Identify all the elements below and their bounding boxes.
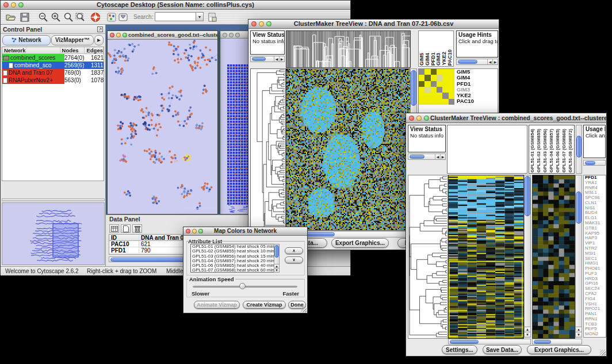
array-label[interactable]: GIM5 [419,53,424,66]
tv2-labels-scrollbar[interactable] [576,125,582,174]
tv2-zoom-scrollbar[interactable]: ▲▼ [575,175,582,338]
scrollbar-thumb[interactable] [274,245,279,258]
tab-vizmapper[interactable]: VizMapper™ [51,35,93,45]
scrollbar-thumb[interactable] [576,136,582,158]
network1-titlebar[interactable]: combined_scores_good.txt--cluste... [108,31,217,40]
tv2-zoom-horizontal-scrollbar[interactable] [532,339,582,344]
tv2-gene-dendrogram[interactable] [408,175,448,339]
close-button[interactable] [3,2,9,7]
minimize-button[interactable] [192,229,197,233]
tv1-hints-scrollbar[interactable]: ◀▶ [456,59,498,65]
create-vizmap-button[interactable]: Create Vizmap [243,301,286,309]
minimize-button[interactable] [416,116,422,121]
zoom-out-icon[interactable] [37,12,49,23]
zoom-selected-icon[interactable] [63,12,74,23]
tv2-array-dendrogram[interactable] [447,125,527,174]
attribute-table-icon[interactable] [109,224,119,233]
array-label[interactable]: GPL51-02 (GSM855) [537,129,541,173]
save-icon[interactable] [19,12,30,23]
scroll-down-icon[interactable]: ▼ [576,332,582,337]
export-graphics-button[interactable]: Export Graphics... [331,238,389,248]
network-list-row[interactable]: RNAPuberNov2+563(0)107847(0) [2,76,104,84]
scroll-up-icon[interactable]: ▲ [576,327,582,332]
gene-label[interactable]: PAC10 [457,98,497,104]
scrollbar-thumb[interactable] [450,340,479,344]
scrollbar-thumb[interactable] [458,60,477,64]
network-list-row[interactable]: DNA and Tran 07769(0)183728(0) [2,69,104,76]
annotation-icon[interactable] [117,12,129,23]
scroll-up-icon[interactable]: ▲ [525,327,530,332]
scrollbar-thumb[interactable] [410,155,424,159]
scroll-left-icon[interactable]: ◀ [435,154,440,159]
minimize-button[interactable] [259,21,264,26]
tv1-zoom-heatmap[interactable] [419,69,454,105]
settings-button[interactable]: Settings... [442,345,477,354]
scrollbar-thumb[interactable] [534,340,551,344]
tv1-array-dendrogram[interactable] [286,30,411,68]
scrollbar-thumb[interactable] [252,57,266,61]
tv2-titlebar[interactable]: ClusterMaker TreeView : combined_scores_… [406,113,606,123]
move-up-button[interactable]: ∧ [285,247,303,254]
zoom-button[interactable] [266,21,271,26]
zoom-button[interactable] [198,229,203,233]
network-list-row[interactable]: combined_sco2569(6)13112(15) [2,62,104,69]
scroll-up-icon[interactable]: ▲ [274,264,279,268]
attribute-batch-icon[interactable] [206,12,218,23]
attribute-list[interactable]: GPL51-01 (GSM854) heat shock 05 minGPL51… [190,244,280,273]
attribute-list-item[interactable]: GPL51-07 (GSM868) heat shock 60 min [191,268,279,273]
tv2-status-scrollbar[interactable]: ◀▶ [408,154,446,160]
scrollbar-thumb[interactable] [585,161,595,165]
zoom-fit-icon[interactable] [75,12,86,23]
zoom-button[interactable] [424,116,429,121]
save-data-button[interactable]: Save Data... [483,345,522,354]
float-panel-icon[interactable] [97,26,103,33]
array-label[interactable]: GPL51-04 (GSM857) [549,129,554,173]
open-folder-icon[interactable] [5,12,17,23]
scroll-right-icon[interactable]: ▶ [440,154,445,159]
close-button[interactable] [110,33,114,37]
export-graphics-button[interactable]: Export Graphics... [527,345,591,354]
array-label[interactable]: PFD1 [431,52,436,66]
move-down-button[interactable]: ∨ [285,256,303,263]
array-label[interactable]: GPL51-03 (GSM856) [543,129,548,173]
scroll-down-icon[interactable]: ▼ [525,332,530,337]
vizmapper-icon[interactable] [106,12,117,23]
array-label[interactable]: GPL51-06 (GSM865) [556,129,560,173]
minimize-button[interactable] [11,2,16,7]
array-label[interactable]: YKE2 [442,52,447,66]
array-label[interactable]: GIM4 [425,53,430,66]
scrollbar-thumb[interactable] [525,176,530,216]
close-button[interactable] [251,21,257,26]
array-label[interactable]: GIM3 [436,53,441,66]
tv2-hints-scrollbar[interactable] [583,160,606,166]
scroll-left-icon[interactable]: ◀ [487,59,492,64]
tv2-horizontal-scrollbar[interactable] [448,339,531,344]
scrollbar-thumb[interactable] [411,70,416,106]
scroll-down-icon[interactable]: ▼ [274,268,279,272]
zoom-button[interactable] [18,2,24,7]
zoom-button[interactable] [235,33,240,37]
birdseye-view-canvas[interactable] [2,203,104,265]
slider-thumb[interactable] [239,283,246,289]
close-button[interactable] [409,116,414,121]
close-button[interactable] [223,33,227,37]
array-label[interactable]: PAC10 [447,49,453,66]
array-label[interactable]: GPL51-01 (GSM854) [530,129,535,173]
array-label[interactable]: GPL51-07 (GSM868) [562,129,567,173]
resize-grip[interactable] [301,306,307,312]
resize-grip[interactable] [600,350,606,355]
tab-overflow-icon[interactable]: ▶ [94,35,104,45]
tv1-gene-dendrogram[interactable] [250,68,286,231]
attribute-list-scrollbar[interactable]: ▲▼ [274,244,280,273]
zoom-button[interactable] [123,33,127,37]
close-button[interactable] [186,229,190,233]
tv2-zoom-heatmap[interactable] [532,175,575,339]
minimize-button[interactable] [116,33,121,37]
scrollbar-thumb[interactable] [576,191,582,224]
search-input[interactable] [155,12,196,21]
new-attribute-icon[interactable] [121,224,131,233]
scroll-right-icon[interactable]: ▶ [279,56,284,62]
search-dropdown-icon[interactable]: ▼ [196,12,204,21]
tv2-global-heatmap[interactable] [448,175,524,339]
scroll-right-icon[interactable]: ▶ [492,59,498,64]
